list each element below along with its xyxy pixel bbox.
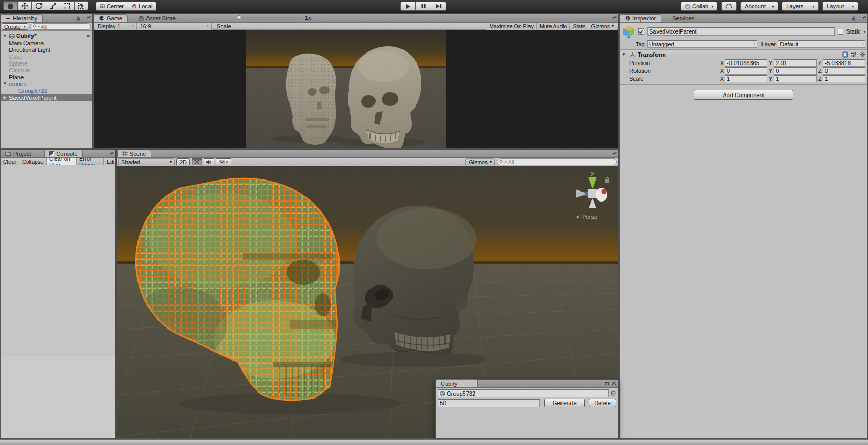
cubify-object-field[interactable]: Group5732 (438, 389, 609, 397)
active-checkbox[interactable] (638, 28, 644, 35)
shading-mode-dropdown[interactable]: Shaded▾ (118, 158, 175, 165)
static-dropdown-icon[interactable]: ▾ (863, 29, 865, 34)
rotation-y-field[interactable]: 0 (774, 67, 816, 75)
move-tool-button[interactable] (17, 1, 31, 10)
pause-button[interactable] (416, 2, 431, 11)
cloud-button[interactable] (721, 2, 737, 11)
mute-audio-button[interactable]: Mute Audio (537, 22, 570, 30)
scene-menu-icon[interactable]: ▾≡ (87, 34, 90, 38)
generate-button[interactable]: Generate (544, 399, 585, 407)
position-z-field[interactable]: -5.033818 (823, 59, 865, 67)
cubify-size-input[interactable] (438, 399, 540, 407)
hierarchy-search-input[interactable]: ▾ All (30, 23, 91, 30)
tab-scene[interactable]: Scene (117, 150, 151, 157)
tab-game[interactable]: Game (94, 14, 128, 22)
layer-dropdown[interactable]: Default (778, 40, 865, 48)
console-error-pause-button[interactable]: Error Pause (77, 157, 104, 165)
add-component-button[interactable]: Add Component (694, 90, 793, 100)
transform-foldout-icon[interactable]: ▼ (622, 52, 627, 57)
hand-tool-button[interactable] (3, 1, 17, 10)
tab-project[interactable]: Project (1, 150, 36, 157)
tab-services[interactable]: Services (668, 14, 699, 22)
dock-icon[interactable] (605, 382, 609, 385)
maximize-on-play-button[interactable]: Maximize On Play (486, 22, 537, 30)
inspector-menu-icon[interactable]: ▾≡ (862, 15, 866, 20)
hierarchy-item-capsule[interactable]: Capsule (1, 67, 92, 73)
scale-x-field[interactable]: 1 (725, 75, 767, 82)
lock-icon[interactable] (76, 16, 80, 21)
scene-search-input[interactable]: ▾ All (497, 158, 617, 165)
scale-z-field[interactable]: 1 (823, 75, 865, 82)
console-collapse-button[interactable]: Collapse (19, 157, 47, 165)
inspector-lock-icon[interactable] (852, 16, 856, 21)
hierarchy-item-group5732[interactable]: Group5732 (1, 87, 92, 94)
aspect-dropdown[interactable]: 16:9↕ (137, 22, 212, 30)
presets-icon[interactable] (851, 52, 857, 57)
transform-tool-button[interactable] (74, 1, 88, 10)
static-checkbox[interactable] (838, 29, 843, 35)
position-y-field[interactable]: 2.01 (774, 59, 816, 67)
console-menu-icon[interactable]: ▾≡ (110, 151, 113, 156)
scale-slider-track[interactable] (238, 17, 300, 18)
hierarchy-menu-icon[interactable]: ▾≡ (87, 15, 90, 20)
hierarchy-item-directional-light[interactable]: Directional Light (1, 46, 92, 53)
pivot-center-button[interactable]: Center (96, 2, 128, 11)
hierarchy-item-craneo[interactable]: ▼craneo (1, 80, 92, 87)
gameobject-cube-icon[interactable] (622, 25, 636, 38)
savedvoxelparent-foldout-icon[interactable]: ▶ (3, 95, 7, 100)
play-button[interactable] (400, 2, 416, 11)
tab-asset-store[interactable]: Asset Store (134, 14, 181, 22)
scene-header-row[interactable]: ▼ Cubify* ▾≡ (1, 32, 92, 39)
hierarchy-item-cube[interactable]: Cube (1, 53, 92, 60)
hierarchy-item-plane[interactable]: Plane (1, 73, 92, 80)
scale-y-field[interactable]: 1 (774, 75, 816, 82)
hierarchy-item-savedvoxelparent[interactable]: ▶SavedVoxelParent (1, 94, 92, 101)
tab-inspector[interactable]: Inspector (620, 14, 661, 22)
scale-slider-knob[interactable] (237, 15, 241, 20)
console-editor-button[interactable]: Edi (104, 157, 115, 165)
rotate-tool-button[interactable] (31, 1, 46, 10)
space-local-button[interactable]: Local (128, 2, 156, 11)
account-dropdown[interactable]: Account▾ (740, 2, 778, 11)
create-button[interactable]: Create▾ (2, 23, 28, 30)
scene-lighting-toggle[interactable] (192, 158, 202, 165)
craneo-foldout-icon[interactable]: ▼ (3, 81, 7, 86)
object-picker-icon[interactable] (610, 390, 616, 396)
tab-console[interactable]: Console (44, 150, 82, 157)
console-log-list[interactable] (1, 165, 115, 355)
scene-menu-icon[interactable]: ▾≡ (612, 151, 616, 156)
scale-tool-button[interactable] (46, 1, 60, 10)
rotation-x-field[interactable]: 0 (725, 67, 767, 75)
rotation-z-field[interactable]: 0 (823, 67, 865, 75)
tag-dropdown[interactable]: Untagged (647, 40, 757, 48)
aspect-label: 16:9 (140, 23, 151, 29)
display-dropdown[interactable]: Display 1↕ (95, 22, 137, 30)
scene-audio-toggle[interactable] (204, 158, 214, 165)
layers-dropdown[interactable]: Layers▾ (782, 2, 819, 11)
hierarchy-item-main-camera[interactable]: Main Camera (1, 39, 92, 46)
console-clear-button[interactable]: Clear (1, 157, 19, 165)
position-x-field[interactable]: -0.01066365 (725, 59, 767, 67)
console-clear-on-play-button[interactable]: Clear on Play (47, 157, 77, 165)
scene-gizmos-dropdown[interactable]: Gizmos▾ (465, 158, 495, 165)
object-name-field[interactable] (647, 27, 835, 36)
cubify-tab[interactable]: Cubify (436, 379, 478, 387)
delete-button[interactable]: Delete (589, 399, 616, 407)
tab-hierarchy[interactable]: Hierarchy (1, 14, 43, 22)
scene-effects-dropdown[interactable]: ▾ (216, 158, 231, 165)
rect-tool-button[interactable] (60, 1, 74, 10)
game-gizmos-dropdown[interactable]: Gizmos▾ (588, 22, 617, 30)
hierarchy-item-sphere[interactable]: Sphere (1, 60, 92, 67)
reference-doc-icon[interactable] (842, 51, 848, 58)
scene-2d-toggle[interactable]: 2D (176, 158, 190, 165)
console-detail-area[interactable] (1, 356, 115, 438)
persp-indicator[interactable]: ⋖ Persp (576, 214, 597, 220)
game-menu-icon[interactable]: ▾≡ (612, 15, 616, 20)
scene-foldout-icon[interactable]: ▼ (3, 34, 7, 38)
collab-button[interactable]: Collab▾ (681, 2, 717, 11)
gear-icon[interactable] (860, 51, 865, 57)
stats-button[interactable]: Stats (570, 22, 588, 30)
layout-dropdown[interactable]: Layout▾ (822, 2, 858, 11)
close-icon[interactable] (612, 381, 616, 385)
step-button[interactable] (431, 2, 446, 11)
